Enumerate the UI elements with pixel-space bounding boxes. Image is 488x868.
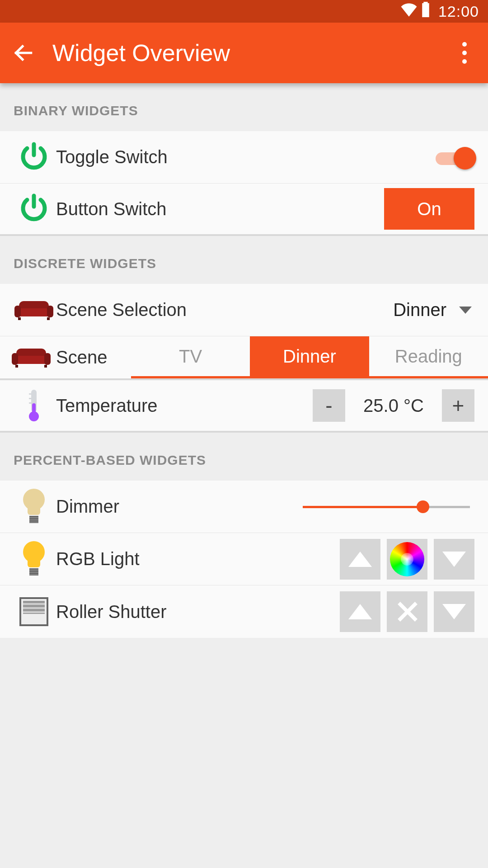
temperature-label: Temperature — [56, 396, 158, 416]
scene-dropdown[interactable]: Dinner — [393, 300, 474, 320]
shutter-icon — [14, 597, 54, 626]
triangle-up-icon — [348, 552, 372, 567]
rgb-label: RGB Light — [56, 549, 140, 569]
temperature-value: 25.0 °C — [355, 396, 432, 416]
row-scene-selection: Scene Selection Dinner — [0, 284, 488, 336]
status-clock: 12:00 — [438, 3, 479, 20]
triangle-up-icon — [348, 604, 372, 619]
section-header-percent: PERCENT-BASED WIDGETS — [0, 433, 488, 481]
triangle-down-icon — [442, 552, 466, 567]
more-vert-icon — [462, 42, 467, 64]
section-header-binary: BINARY WIDGETS — [0, 83, 488, 131]
app-bar: Widget Overview — [0, 23, 488, 83]
power-icon — [14, 192, 54, 226]
section-header-discrete: DISCRETE WIDGETS — [0, 236, 488, 284]
close-icon — [397, 601, 418, 622]
bulb-dim-icon — [14, 489, 54, 525]
row-dimmer: Dimmer — [0, 481, 488, 533]
row-rgb-light: RGB Light — [0, 533, 488, 585]
toggle-switch-label: Toggle Switch — [56, 147, 168, 167]
shutter-down-button[interactable] — [434, 591, 474, 632]
temp-minus-button[interactable]: - — [313, 389, 345, 422]
row-toggle-switch: Toggle Switch — [0, 131, 488, 184]
tab-tv[interactable]: TV — [131, 336, 250, 376]
scene-selection-label: Scene Selection — [56, 300, 187, 320]
status-bar: 12:00 — [0, 0, 488, 23]
tab-dinner[interactable]: Dinner — [250, 336, 369, 376]
bulb-rgb-icon — [14, 541, 54, 577]
toggle-switch[interactable] — [436, 148, 474, 167]
sofa-icon — [14, 349, 54, 367]
rgb-color-button[interactable] — [387, 539, 427, 580]
on-button[interactable]: On — [384, 188, 474, 230]
row-roller-shutter: Roller Shutter — [0, 585, 488, 638]
button-switch-label: Button Switch — [56, 199, 167, 219]
sofa-icon — [14, 301, 54, 319]
power-icon — [14, 140, 54, 175]
back-button[interactable] — [10, 39, 37, 66]
row-scene-tabs: Scene TV Dinner Reading — [0, 336, 488, 380]
triangle-down-icon — [442, 604, 466, 619]
row-temperature: Temperature - 25.0 °C + — [0, 380, 488, 433]
shutter-up-button[interactable] — [340, 591, 380, 632]
tab-reading[interactable]: Reading — [369, 336, 488, 376]
shutter-stop-button[interactable] — [387, 591, 427, 632]
thermometer-icon — [14, 390, 54, 421]
scene-tabs: TV Dinner Reading — [131, 336, 488, 378]
color-wheel-icon — [390, 542, 424, 576]
shutter-label: Roller Shutter — [56, 602, 167, 622]
dimmer-slider[interactable] — [303, 498, 470, 516]
scene-tabs-label: Scene — [56, 347, 107, 368]
scene-dropdown-value: Dinner — [393, 300, 446, 320]
dimmer-label: Dimmer — [56, 496, 119, 517]
temp-plus-button[interactable]: + — [442, 389, 474, 422]
wifi-icon — [400, 2, 418, 20]
page-title: Widget Overview — [52, 39, 230, 66]
rgb-down-button[interactable] — [434, 539, 474, 580]
battery-icon — [421, 2, 430, 21]
overflow-menu-button[interactable] — [451, 39, 478, 66]
row-button-switch: Button Switch On — [0, 184, 488, 236]
chevron-down-icon — [459, 307, 472, 314]
rgb-up-button[interactable] — [340, 539, 380, 580]
